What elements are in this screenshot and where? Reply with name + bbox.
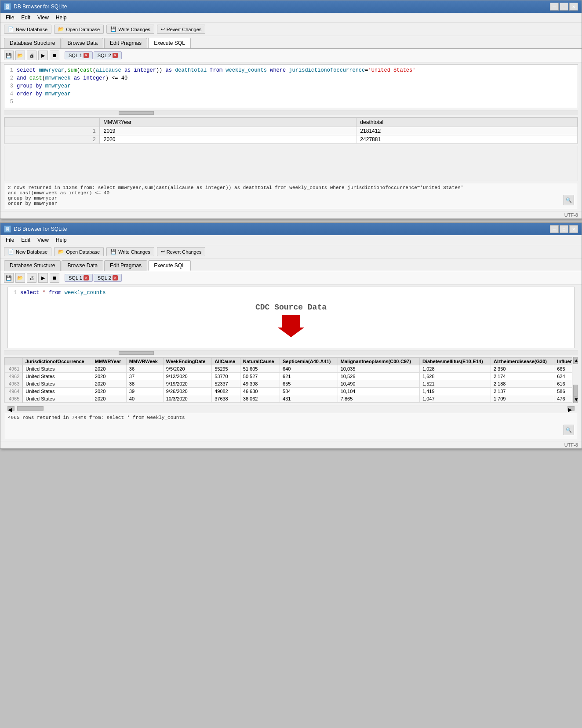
big-row-date-4962: 9/12/2020 bbox=[163, 373, 211, 380]
revert-changes-button-1[interactable]: ↩ Revert Changes bbox=[157, 25, 206, 34]
sql-tab-1-2[interactable]: SQL 1 ✕ bbox=[65, 274, 93, 282]
status-icon-1[interactable]: 🔍 bbox=[564, 195, 574, 205]
hscroll-thumb-2[interactable] bbox=[17, 406, 44, 411]
sql-stop-btn-1[interactable]: ⏹ bbox=[50, 51, 59, 60]
big-row-alz-4964: 2,137 bbox=[491, 388, 554, 395]
sql-tab-1-1[interactable]: SQL 1 ✕ bbox=[65, 51, 93, 59]
hscroll-right-2[interactable]: ▶ bbox=[567, 406, 575, 411]
big-row-year-4964: 2020 bbox=[92, 388, 126, 395]
code-line-4: 4 order by mmwryear bbox=[6, 90, 576, 98]
title-bar-1: 🗄 DB Browser for SQLite ─ □ ✕ bbox=[0, 0, 582, 13]
close-button-2[interactable]: ✕ bbox=[569, 225, 578, 233]
sql-tab-1-close-2[interactable]: ✕ bbox=[84, 275, 89, 280]
menu-view-1[interactable]: View bbox=[34, 14, 52, 22]
big-row-malig-4964: 10,104 bbox=[338, 388, 419, 395]
code-scrollbar-h-2[interactable] bbox=[4, 350, 578, 355]
sql-tab-group-1: SQL 1 ✕ SQL 2 ✕ bbox=[65, 51, 122, 59]
sql-run-btn-1[interactable]: ▶ bbox=[38, 51, 48, 60]
open-database-button-1[interactable]: 📂 Open Database bbox=[54, 25, 104, 34]
tab-edit-pragmas-1[interactable]: Edit Pragmas bbox=[104, 38, 147, 48]
big-row-allcause-4963: 52337 bbox=[212, 380, 240, 388]
sql-tab-2-close-2[interactable]: ✕ bbox=[113, 275, 118, 280]
sql-print-btn-1[interactable]: 🖨 bbox=[27, 51, 36, 60]
sql-open-btn-2[interactable]: 📂 bbox=[15, 273, 25, 283]
big-row-alz-4962: 2,174 bbox=[491, 373, 554, 380]
big-row-num-4961: 4961 bbox=[5, 365, 23, 373]
code-line-5: 5 bbox=[6, 98, 576, 106]
utf-bar-1: UTF-8 bbox=[0, 211, 582, 218]
menu-file-2[interactable]: File bbox=[2, 236, 18, 244]
big-row-week-4961: 36 bbox=[126, 365, 163, 373]
big-row-week-4962: 37 bbox=[126, 373, 163, 380]
tab-database-structure-2[interactable]: Database Structure bbox=[4, 260, 61, 271]
sql-run-btn-2[interactable]: ▶ bbox=[38, 273, 48, 283]
vscroll-down-2[interactable]: ▼ bbox=[573, 396, 578, 403]
write-changes-label-1: Write Changes bbox=[118, 27, 150, 32]
status-icon-2[interactable]: 🔍 bbox=[564, 425, 574, 435]
sql-open-btn-1[interactable]: 📂 bbox=[15, 51, 25, 60]
code-scroll-thumb-h-1[interactable] bbox=[119, 111, 154, 115]
col-mmwryear-2: MMWRYear bbox=[92, 358, 126, 365]
sql-tab-2-1[interactable]: SQL 2 ✕ bbox=[94, 51, 122, 59]
col-natural-2: NaturalCause bbox=[240, 358, 280, 365]
close-button-1[interactable]: ✕ bbox=[569, 3, 578, 11]
big-row-sept-4965: 431 bbox=[280, 395, 338, 403]
new-database-button-2[interactable]: 📄 New Database bbox=[4, 247, 51, 256]
menu-edit-2[interactable]: Edit bbox=[18, 236, 34, 244]
sql-stop-btn-2[interactable]: ⏹ bbox=[50, 273, 59, 283]
maximize-button-1[interactable]: □ bbox=[560, 3, 568, 11]
code-area-wrapper-2: 1 select * from weekly_counts CDC Source… bbox=[4, 287, 578, 348]
vscroll-up-2[interactable]: ▲ bbox=[573, 357, 578, 364]
open-database-button-2[interactable]: 📂 Open Database bbox=[54, 247, 104, 256]
tab-browse-data-2[interactable]: Browse Data bbox=[62, 260, 103, 271]
main-tabs-1: Database Structure Browse Data Edit Prag… bbox=[0, 36, 582, 49]
write-changes-button-2[interactable]: 💾 Write Changes bbox=[106, 247, 154, 256]
sql-tab-2-2[interactable]: SQL 2 ✕ bbox=[94, 274, 122, 282]
window-title-1: DB Browser for SQLite bbox=[14, 4, 67, 10]
write-changes-button-1[interactable]: 💾 Write Changes bbox=[106, 25, 154, 34]
big-row-malig-4965: 7,865 bbox=[338, 395, 419, 403]
big-row-date-4961: 9/5/2020 bbox=[163, 365, 211, 373]
table-vscrollbar-2[interactable]: ▲ ▼ bbox=[572, 357, 578, 403]
sql-tab-1-close-1[interactable]: ✕ bbox=[84, 53, 89, 58]
tab-execute-sql-1[interactable]: Execute SQL bbox=[148, 38, 191, 48]
menu-help-2[interactable]: Help bbox=[52, 236, 70, 244]
table-row: 4961 United States 2020 36 9/5/2020 5529… bbox=[5, 365, 578, 373]
title-bar-left-2: 🗄 DB Browser for SQLite bbox=[4, 226, 67, 233]
maximize-button-2[interactable]: □ bbox=[560, 225, 568, 233]
sql-print-btn-2[interactable]: 🖨 bbox=[27, 273, 36, 283]
hscroll-left-2[interactable]: ◀ bbox=[7, 406, 15, 411]
menu-bar-2: File Edit View Help bbox=[0, 235, 582, 245]
menu-edit-1[interactable]: Edit bbox=[18, 14, 34, 22]
minimize-button-2[interactable]: ─ bbox=[550, 225, 559, 233]
tab-database-structure-1[interactable]: Database Structure bbox=[4, 38, 61, 48]
main-tabs-2: Database Structure Browse Data Edit Prag… bbox=[0, 258, 582, 271]
code-editor-2[interactable]: 1 select * from weekly_counts CDC Source… bbox=[7, 287, 575, 348]
sql-tab-1-label-1: SQL 1 bbox=[69, 53, 82, 58]
new-database-button-1[interactable]: 📄 New Database bbox=[4, 25, 51, 34]
code-scroll-thumb-h-2[interactable] bbox=[119, 351, 154, 355]
row-year-2: 2020 bbox=[100, 135, 356, 144]
minimize-button-1[interactable]: ─ bbox=[550, 3, 559, 11]
code-scrollbar-h-1[interactable] bbox=[4, 110, 578, 115]
table-hscrollbar-2[interactable]: ◀ ▶ bbox=[4, 405, 578, 411]
toolbar-2: 📄 New Database 📂 Open Database 💾 Write C… bbox=[0, 245, 582, 258]
status-bar-2: 4965 rows returned in 744ms from: select… bbox=[4, 413, 578, 439]
tab-edit-pragmas-2[interactable]: Edit Pragmas bbox=[104, 260, 147, 271]
tab-execute-sql-2[interactable]: Execute SQL bbox=[148, 260, 191, 271]
new-database-label-1: New Database bbox=[16, 27, 47, 32]
sql-save-btn-2[interactable]: 💾 bbox=[4, 273, 14, 283]
big-row-allcause-4961: 55295 bbox=[212, 365, 240, 373]
menu-view-2[interactable]: View bbox=[34, 236, 52, 244]
code-editor-1[interactable]: 1 select mmwryear,sum(cast(allcause as i… bbox=[4, 64, 578, 108]
big-row-diab-4965: 1,047 bbox=[419, 395, 491, 403]
revert-changes-button-2[interactable]: ↩ Revert Changes bbox=[157, 247, 206, 256]
sql-save-btn-1[interactable]: 💾 bbox=[4, 51, 14, 60]
menu-help-1[interactable]: Help bbox=[52, 14, 70, 22]
big-row-week-4963: 38 bbox=[126, 380, 163, 388]
col-rownum-2 bbox=[5, 358, 23, 365]
table-row: 1 2019 2181412 bbox=[5, 127, 578, 135]
sql-tab-2-close-1[interactable]: ✕ bbox=[113, 53, 118, 58]
menu-file-1[interactable]: File bbox=[2, 14, 18, 22]
tab-browse-data-1[interactable]: Browse Data bbox=[62, 38, 103, 48]
